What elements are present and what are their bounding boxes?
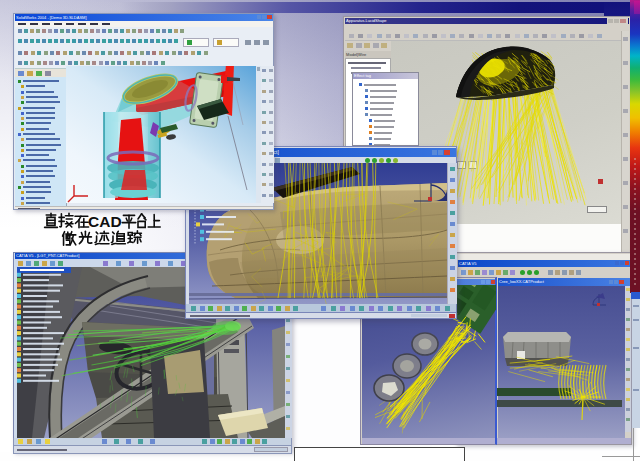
svg-text:CAD: CAD <box>88 213 122 230</box>
